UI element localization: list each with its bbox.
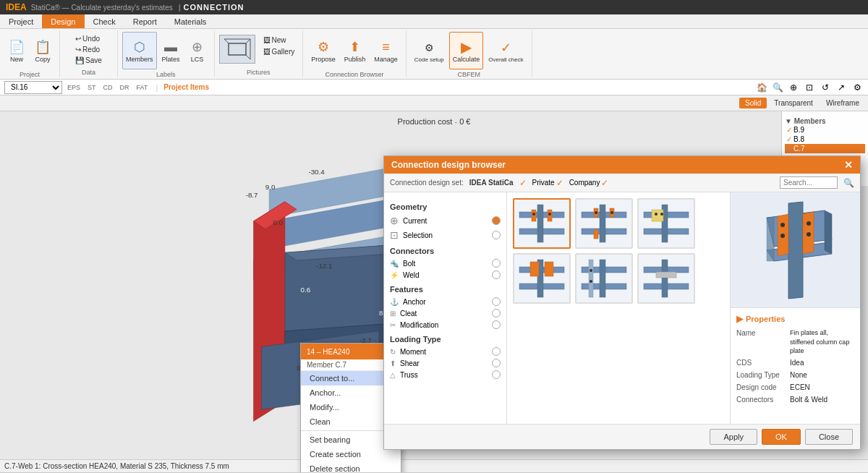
dialog-search-input[interactable]: [780, 176, 838, 189]
prop-name-row: Name Fin plates all, stiffened column ca…: [736, 328, 854, 356]
connectors-filter-label: Connectors: [390, 247, 501, 255]
conn-thumb-1[interactable]: [513, 198, 571, 249]
cds-company[interactable]: Company ✓: [569, 178, 609, 188]
menu-project[interactable]: Project: [0, 14, 42, 28]
project-bar: SI.16 EPS ST CD DR FAT | Project Items 🏠…: [0, 80, 868, 95]
selection-radio: [492, 231, 501, 239]
cbfem-group-label: CBFEM: [458, 71, 481, 78]
settings-icon-btn[interactable]: ⚙: [851, 81, 864, 94]
company-check-mark: ✓: [601, 178, 608, 188]
filter-selection[interactable]: ⊡ Selection: [390, 228, 501, 242]
gallery-btn[interactable]: 🖼 Gallery: [260, 46, 299, 57]
ok-btn[interactable]: OK: [762, 429, 801, 445]
ribbon-pictures-group: 🖼 New 🖼 Gallery Pictures: [215, 30, 304, 77]
private-check-mark: ✓: [556, 178, 563, 188]
save-btn[interactable]: 💾 Save: [72, 55, 106, 66]
moment-radio: [492, 347, 501, 356]
ctx-delete-section[interactable]: Delete section: [301, 461, 401, 472]
home-icon-btn[interactable]: 🏠: [755, 81, 768, 94]
fit-icon-btn[interactable]: ⊡: [803, 81, 816, 94]
cds-private[interactable]: Private ✓: [532, 178, 563, 188]
project-select[interactable]: SI.16: [4, 81, 62, 94]
close-btn[interactable]: Close: [805, 429, 853, 445]
conn-thumb-6[interactable]: [637, 253, 695, 304]
tag-st[interactable]: ST: [85, 83, 98, 92]
filter-cleat[interactable]: ⊞ Cleat: [390, 307, 501, 319]
filter-anchor[interactable]: ⚓ Anchor: [390, 296, 501, 307]
view-transparent-btn[interactable]: Transparent: [768, 98, 819, 108]
lcs-btn[interactable]: ⊕ LCS: [185, 32, 210, 69]
plates-btn[interactable]: ▬ Plates: [158, 32, 184, 69]
ribbon-labels-group: ⬡ Members ▬ Plates ⊕ LCS Labels: [118, 30, 215, 77]
anchor-radio: [492, 297, 501, 306]
tag-cd[interactable]: CD: [101, 83, 115, 92]
filter-modification[interactable]: ✂ Modification: [390, 319, 501, 331]
tree-item-b9[interactable]: ✓ B.9: [785, 125, 865, 135]
menu-bar: Project Design Check Report Materials: [0, 14, 868, 29]
tag-eps[interactable]: EPS: [65, 83, 82, 92]
properties-header: ▶ Properties: [736, 314, 854, 324]
cursor-icon-btn[interactable]: ↗: [835, 81, 848, 94]
svg-text:9.0: 9.0: [265, 183, 276, 191]
filter-bolt[interactable]: 🔩 Bolt: [390, 257, 501, 269]
filter-shear[interactable]: ⬆ Shear: [390, 357, 501, 369]
manage-btn[interactable]: ≡ Manage: [370, 32, 401, 69]
filter-truss[interactable]: △ Truss: [390, 369, 501, 380]
conn-thumb-3[interactable]: [637, 198, 695, 249]
dialog-close-btn[interactable]: ✕: [844, 159, 853, 171]
conn-thumb-5[interactable]: [575, 253, 633, 304]
filter-weld[interactable]: ⚡ Weld: [390, 269, 501, 281]
loading-type-filter-label: Loading Type: [390, 335, 501, 344]
overall-check-btn[interactable]: ✓ Overall check: [485, 32, 527, 69]
conn-thumb-2[interactable]: [575, 198, 633, 249]
propose-btn[interactable]: ⚙ Propose: [307, 32, 339, 69]
svg-point-81: [807, 232, 811, 236]
tree-item-c7[interactable]: ✓ C.7: [785, 144, 865, 153]
svg-point-56: [655, 213, 658, 216]
tag-dr[interactable]: DR: [118, 83, 132, 92]
menu-materials[interactable]: Materials: [166, 14, 216, 28]
overall-check-icon: ✓: [498, 39, 515, 56]
ribbon-new-btn[interactable]: 📄 New: [4, 32, 29, 69]
undo-btn[interactable]: ↩ Undo: [72, 33, 106, 44]
code-setup-icon: ⚙: [420, 39, 438, 56]
ribbon-copy-btn[interactable]: 📋 Copy: [30, 32, 55, 69]
publish-btn[interactable]: ⬆ Publish: [341, 32, 370, 69]
redo-btn[interactable]: ↪ Redo: [72, 44, 106, 55]
menu-report[interactable]: Report: [124, 14, 166, 28]
weld-radio: [492, 270, 501, 279]
labels-group-label: Labels: [156, 71, 176, 78]
tree-item-b8[interactable]: ✓ B.8: [785, 135, 865, 144]
module-name: CONNECTION: [184, 3, 244, 12]
svg-rect-55: [652, 210, 663, 221]
app-logo: IDEA: [6, 2, 27, 12]
members-btn[interactable]: ⬡ Members: [122, 32, 157, 69]
filter-current[interactable]: ⊕ Current: [390, 213, 501, 228]
calculate-btn[interactable]: ▶ Calculate: [449, 32, 484, 69]
svg-text:-30.4: -30.4: [308, 168, 325, 176]
prop-design-code-row: Design code ECEN: [736, 383, 854, 393]
status-bar: C.7-Web 1: Cross-section HEA240, Materia…: [0, 459, 868, 472]
current-radio: [492, 216, 501, 225]
new-picture-btn[interactable]: 🖼 New: [260, 35, 299, 46]
code-setup-btn[interactable]: ⚙ Code setup: [411, 32, 448, 69]
zoom-icon-btn[interactable]: ⊕: [787, 81, 800, 94]
search-icon-btn[interactable]: 🔍: [771, 81, 784, 94]
svg-marker-82: [767, 218, 774, 261]
refresh-icon-btn[interactable]: ↺: [819, 81, 832, 94]
view-wireframe-btn[interactable]: Wireframe: [820, 98, 865, 108]
cleat-radio: [492, 309, 501, 318]
modification-icon: ✂: [390, 321, 396, 329]
svg-point-67: [590, 269, 592, 272]
svg-point-79: [780, 234, 785, 238]
menu-check[interactable]: Check: [85, 14, 124, 28]
copy-icon: 📋: [34, 38, 51, 56]
members-section-label: ▼ Members: [785, 117, 865, 125]
apply-btn[interactable]: Apply: [710, 429, 757, 445]
svg-line-3: [246, 55, 250, 59]
conn-thumb-4[interactable]: [513, 253, 571, 304]
filter-moment[interactable]: ↻ Moment: [390, 346, 501, 357]
tag-fat[interactable]: FAT: [135, 83, 150, 92]
view-solid-btn[interactable]: Solid: [739, 98, 767, 108]
menu-design[interactable]: Design: [42, 14, 84, 28]
